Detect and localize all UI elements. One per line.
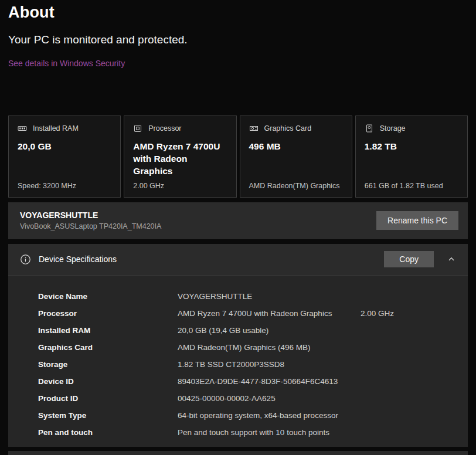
storage-icon bbox=[365, 124, 374, 133]
spec-value: Pen and touch support with 10 touch poin… bbox=[178, 428, 361, 437]
windows-security-link[interactable]: See details in Windows Security bbox=[8, 59, 125, 69]
card-label: Graphics Card bbox=[264, 124, 312, 133]
card-label: Storage bbox=[380, 124, 406, 133]
spec-row-system-type: System Type 64-bit operating system, x64… bbox=[38, 411, 468, 421]
spec-label: System Type bbox=[38, 411, 178, 420]
card-footer: AMD Radeon(TM) Graphics bbox=[249, 182, 344, 190]
spec-row-device-name: Device Name VOYAGERSHUTTLE bbox=[38, 292, 468, 302]
spec-value: AMD Ryzen 7 4700U with Radeon Graphics bbox=[178, 309, 361, 318]
card-label: Processor bbox=[148, 124, 181, 133]
spec-label: Product ID bbox=[38, 394, 178, 403]
card-value: AMD Ryzen 7 4700U with Radeon Graphics bbox=[133, 141, 227, 178]
ram-icon bbox=[18, 124, 27, 133]
device-specifications-expander: Device Specifications Copy Device Name V… bbox=[8, 244, 468, 447]
device-name: VOYAGERSHUTTLE bbox=[20, 210, 161, 220]
spec-row-pen-and-touch: Pen and touch Pen and touch support with… bbox=[38, 428, 468, 438]
chevron-up-icon bbox=[447, 254, 456, 264]
graphics-card-icon bbox=[249, 124, 259, 133]
copy-button[interactable]: Copy bbox=[384, 251, 434, 267]
spec-row-product-id: Product ID 00425-00000-00002-AA625 bbox=[38, 394, 468, 404]
spec-label: Storage bbox=[38, 360, 178, 369]
card-graphics: Graphics Card 496 MB AMD Radeon(TM) Grap… bbox=[240, 116, 352, 198]
spec-row-installed-ram: Installed RAM 20,0 GB (19,4 GB usable) bbox=[38, 326, 468, 336]
card-installed-ram: Installed RAM 20,0 GB Speed: 3200 MHz bbox=[8, 116, 121, 198]
card-value: 1.82 TB bbox=[365, 141, 459, 153]
device-specifications-table: Device Name VOYAGERSHUTTLE Processor AMD… bbox=[8, 276, 468, 447]
page-title: About bbox=[8, 4, 468, 22]
device-specifications-title: Device Specifications bbox=[39, 254, 117, 264]
spec-value: VOYAGERSHUTTLE bbox=[178, 292, 361, 301]
device-name-band: VOYAGERSHUTTLE VivoBook_ASUSLaptop TP420… bbox=[8, 202, 468, 239]
spec-row-storage: Storage 1.82 TB SSD CT2000P3SSD8 bbox=[38, 360, 468, 370]
spec-value: 64-bit operating system, x64-based proce… bbox=[178, 411, 361, 420]
spec-label: Graphics Card bbox=[38, 343, 178, 352]
spec-value: 20,0 GB (19,4 GB usable) bbox=[178, 326, 361, 335]
collapse-expander-button[interactable] bbox=[446, 253, 457, 265]
spec-cards-row: Installed RAM 20,0 GB Speed: 3200 MHz Pr… bbox=[8, 116, 468, 198]
spec-value: AMD Radeon(TM) Graphics (496 MB) bbox=[178, 343, 361, 352]
spec-label: Pen and touch bbox=[38, 428, 178, 437]
card-storage: Storage 1.82 TB 661 GB of 1.82 TB used bbox=[355, 116, 468, 198]
device-specifications-header[interactable]: Device Specifications Copy bbox=[8, 244, 468, 276]
rename-pc-button[interactable]: Rename this PC bbox=[376, 211, 458, 230]
spec-value: 00425-00000-00002-AA625 bbox=[178, 394, 361, 403]
card-footer: 661 GB of 1.82 TB used bbox=[365, 182, 459, 190]
spec-value: 1.82 TB SSD CT2000P3SSD8 bbox=[178, 360, 361, 369]
card-label: Installed RAM bbox=[33, 124, 79, 133]
card-footer: Speed: 3200 MHz bbox=[18, 182, 112, 190]
spec-label: Installed RAM bbox=[38, 326, 178, 335]
card-processor: Processor AMD Ryzen 7 4700U with Radeon … bbox=[124, 116, 236, 198]
spec-row-device-id: Device ID 89403E2A-D9DE-4477-8D3F-50664F… bbox=[38, 377, 468, 387]
spec-label: Processor bbox=[38, 309, 178, 318]
device-model: VivoBook_ASUSLaptop TP420IA_TM420IA bbox=[20, 222, 161, 230]
spec-value: 89403E2A-D9DE-4477-8D3F-50664F6C4613 bbox=[178, 377, 361, 386]
spec-label: Device ID bbox=[38, 377, 178, 386]
card-value: 20,0 GB bbox=[18, 141, 112, 153]
spec-label: Device Name bbox=[38, 292, 178, 301]
processor-icon bbox=[133, 124, 142, 133]
card-footer: 2.00 GHz bbox=[133, 182, 227, 190]
spec-row-graphics-card: Graphics Card AMD Radeon(TM) Graphics (4… bbox=[38, 343, 468, 353]
spec-row-processor: Processor AMD Ryzen 7 4700U with Radeon … bbox=[38, 309, 468, 319]
protection-status-text: Your PC is monitored and protected. bbox=[8, 33, 468, 47]
info-icon bbox=[20, 254, 31, 265]
spec-extra: 2.00 GHz bbox=[361, 309, 468, 318]
next-section-expander[interactable] bbox=[8, 451, 468, 455]
card-value: 496 MB bbox=[249, 141, 344, 153]
